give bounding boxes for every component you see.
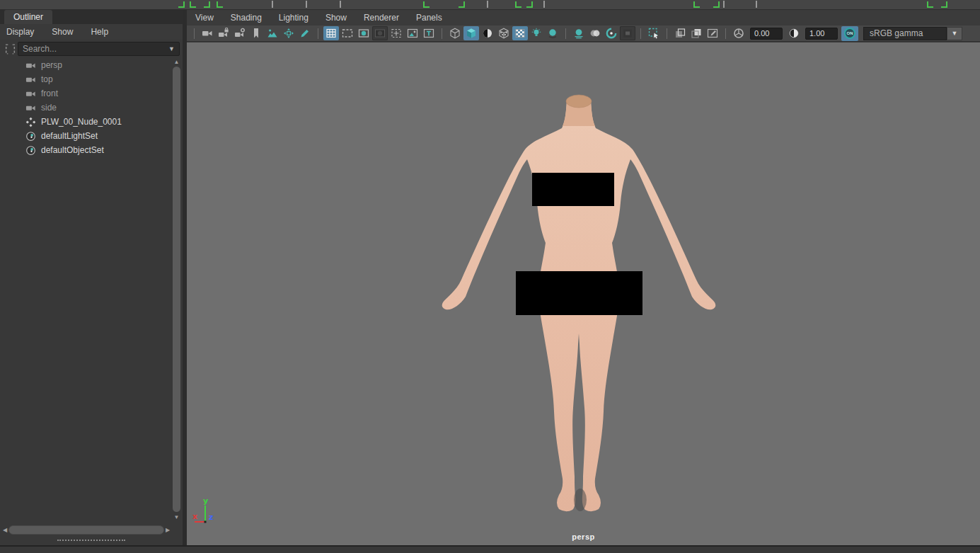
scroll-left-icon[interactable]: ◀ (1, 527, 8, 533)
toolbar-separator (565, 28, 566, 39)
outliner-horizontal-scrollbar[interactable]: ◀ ▶ (1, 524, 171, 535)
character-model[interactable] (437, 93, 720, 514)
image-plane-icon[interactable] (265, 26, 280, 40)
filter-icon[interactable] (2, 42, 18, 55)
outliner-menu-help[interactable]: Help (91, 27, 108, 37)
outliner-item-label: defaultObjectSet (41, 145, 104, 155)
viewport-toolbar: ONsRGB gamma▼ (187, 25, 980, 42)
depth-of-field-icon[interactable] (620, 26, 635, 40)
contrast-icon[interactable] (786, 26, 802, 40)
field-chart-icon[interactable] (388, 26, 404, 40)
viewport-menu-lighting[interactable]: Lighting (279, 13, 309, 23)
exposure-field[interactable] (750, 28, 783, 40)
censor-bar-chest (532, 173, 614, 206)
scroll-right-icon[interactable]: ▶ (164, 527, 171, 533)
search-input[interactable] (18, 44, 168, 54)
viewport-panel: ViewShadingLightingShowRendererPanels ON… (187, 10, 980, 545)
toolbar-separator (640, 28, 641, 39)
shadows-icon[interactable] (545, 26, 560, 40)
motion-blur-icon[interactable] (587, 26, 603, 40)
top-shelf-strip (0, 0, 980, 10)
select-camera-icon[interactable] (200, 26, 215, 40)
outliner-tab[interactable]: Outliner (4, 10, 52, 24)
outliner-menu-display[interactable]: Display (6, 27, 34, 37)
viewport-menu-panels[interactable]: Panels (416, 13, 442, 23)
snap-icon-fragment (423, 1, 430, 8)
toolbar-separator (667, 28, 667, 39)
outliner-item-label: defaultLightSet (41, 131, 98, 141)
toolbar-separator-fragment (272, 1, 273, 8)
shaded-icon[interactable] (463, 26, 479, 40)
resolution-gate-icon[interactable] (356, 26, 371, 40)
bookmark-icon[interactable] (248, 26, 264, 40)
outliner-item-defaultLightSet[interactable]: defaultLightSet (0, 129, 171, 143)
wireframe-icon[interactable] (447, 26, 463, 40)
colorspace-value[interactable]: sRGB gamma (863, 27, 947, 40)
axis-x-label: x (192, 512, 197, 521)
horizontal-scrollbar-thumb[interactable] (8, 525, 164, 535)
transform-icon (25, 117, 36, 127)
snap-icon-fragment (459, 1, 465, 8)
edit-layout-icon[interactable] (705, 26, 720, 40)
outliner-panel: Outliner DisplayShowHelp ▼ persptopfront… (0, 10, 183, 545)
colorspace-toggle[interactable]: ON (841, 26, 858, 41)
snap-icon-fragment (515, 1, 521, 8)
object-set-icon (25, 131, 36, 142)
outliner-item-PLW_00_Nude_0001[interactable]: PLW_00_Nude_0001 (0, 115, 171, 129)
viewport-menu-renderer[interactable]: Renderer (364, 13, 399, 23)
scroll-down-icon[interactable]: ▼ (172, 513, 181, 521)
grease-pencil-icon[interactable] (297, 26, 313, 40)
outliner-item-side[interactable]: side (0, 101, 171, 115)
snap-icon-fragment (204, 1, 210, 8)
chevron-down-icon[interactable]: ▼ (947, 27, 962, 40)
snap-icon-fragment (693, 1, 700, 8)
search-box[interactable]: ▼ (18, 42, 180, 56)
film-gate-icon[interactable] (340, 26, 355, 40)
outliner-item-front[interactable]: front (0, 86, 171, 101)
outliner-vertical-scrollbar[interactable]: ▲ ▼ (172, 58, 181, 521)
snap-icon-fragment (941, 1, 947, 8)
outliner-item-persp[interactable]: persp (0, 58, 171, 72)
lock-camera-icon[interactable] (216, 26, 231, 40)
anti-aliasing-icon[interactable] (604, 26, 619, 40)
gamma-field[interactable] (805, 28, 838, 40)
camera-attributes-icon[interactable] (232, 26, 248, 40)
viewport-menu-shading[interactable]: Shading (231, 13, 262, 23)
tear-off-icon[interactable] (688, 26, 704, 40)
viewport-menu-show[interactable]: Show (325, 13, 347, 23)
safe-title-icon[interactable] (421, 26, 437, 40)
maya-window: Outliner DisplayShowHelp ▼ persptopfront… (0, 0, 980, 553)
outliner-menu-show[interactable]: Show (52, 27, 73, 37)
axis-gizmo: y x z (191, 496, 221, 528)
textured-icon[interactable] (496, 26, 512, 40)
outliner-tabbar: Outliner (0, 10, 183, 24)
outliner-menubar: DisplayShowHelp (0, 24, 183, 40)
isolate-select-icon[interactable] (646, 26, 662, 40)
toolbar-separator-fragment (756, 1, 757, 8)
toolbar-separator-fragment (306, 1, 307, 8)
axis-y-label: y (203, 496, 208, 506)
panel-resize-handle[interactable] (57, 540, 125, 541)
lights-icon[interactable] (529, 26, 544, 40)
material-icon[interactable] (480, 26, 495, 40)
toolbar-separator (318, 28, 318, 39)
viewport-canvas[interactable]: y x z persp (187, 42, 980, 545)
camera-name-label: persp (572, 532, 594, 541)
grid-icon[interactable] (323, 26, 339, 40)
outliner-item-top[interactable]: top (0, 72, 171, 86)
colorspace-dropdown[interactable]: sRGB gamma▼ (863, 27, 962, 40)
object-set-icon (25, 145, 36, 156)
gate-mask-icon[interactable] (372, 26, 388, 40)
occlusion-icon[interactable] (571, 26, 587, 40)
scroll-up-icon[interactable]: ▲ (172, 58, 181, 66)
axis-z-label: z (209, 513, 213, 522)
search-dropdown-icon[interactable]: ▼ (168, 45, 179, 52)
vertical-scrollbar-thumb[interactable] (173, 67, 180, 512)
safe-action-icon[interactable] (405, 26, 420, 40)
pan-zoom-icon[interactable] (281, 26, 296, 40)
wireframe-on-shaded-icon[interactable] (512, 26, 528, 40)
tear-off-copy-icon[interactable] (672, 26, 688, 40)
viewport-menu-view[interactable]: View (195, 13, 214, 23)
exposure-icon[interactable] (731, 26, 746, 40)
outliner-item-defaultObjectSet[interactable]: defaultObjectSet (0, 143, 171, 157)
